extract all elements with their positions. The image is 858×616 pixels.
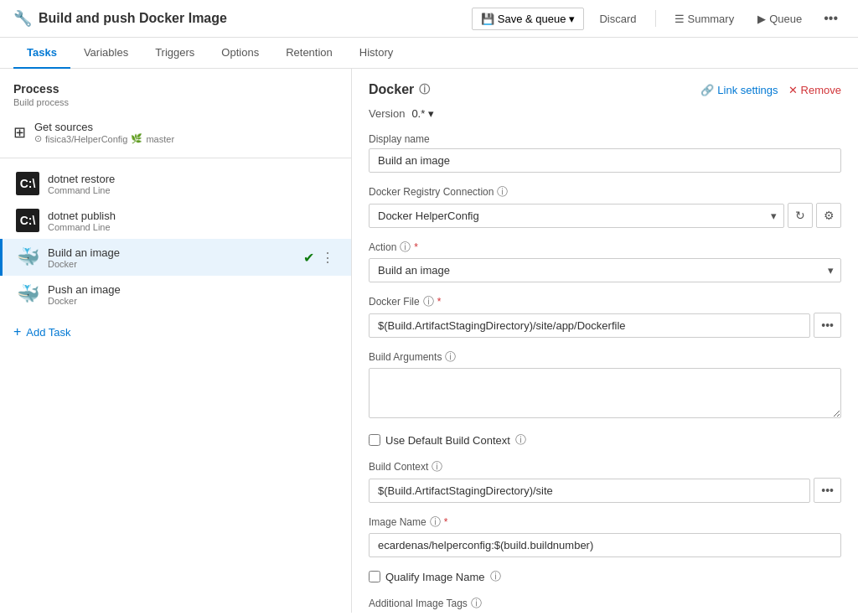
settings-button[interactable]: ⚙ xyxy=(816,203,841,228)
divider xyxy=(655,10,656,27)
registry-select-container: Docker HelperConfig ▾ xyxy=(369,204,784,228)
task-type-build: Docker xyxy=(48,259,295,269)
add-task-button[interactable]: + Add Task xyxy=(0,316,351,348)
queue-button[interactable]: ▶ Queue xyxy=(749,8,810,29)
docker-registry-group: Docker Registry Connection ⓘ Docker Help… xyxy=(369,184,841,228)
docker-registry-label: Docker Registry Connection ⓘ xyxy=(369,184,841,199)
right-panel: Docker ⓘ 🔗 Link settings ✕ Remove Versio… xyxy=(352,69,858,613)
tab-tasks[interactable]: Tasks xyxy=(13,38,70,69)
info-icon-dockerfile[interactable]: ⓘ xyxy=(423,294,434,309)
task-type-push: Docker xyxy=(48,296,338,306)
info-icon-buildctx[interactable]: ⓘ xyxy=(432,459,442,474)
build-context-input[interactable] xyxy=(369,479,810,503)
version-row: Version 0.* ▾ xyxy=(369,107,841,120)
docker-icon-push: 🐳 xyxy=(16,282,39,306)
refresh-button[interactable]: ↻ xyxy=(788,203,813,228)
use-default-context-checkbox[interactable] xyxy=(369,434,380,446)
tab-variables[interactable]: Variables xyxy=(70,38,142,69)
info-icon-addltags[interactable]: ⓘ xyxy=(471,596,482,611)
task-item-dotnet-publish[interactable]: C:\ dotnet publish Command Line xyxy=(0,202,351,239)
task-menu-icon[interactable]: ⋮ xyxy=(318,248,338,267)
action-label: Action ⓘ * xyxy=(369,240,841,255)
task-type-publish: Command Line xyxy=(48,222,338,232)
dockerfile-input-row: ••• xyxy=(369,313,841,338)
info-icon-qualifyimage[interactable]: ⓘ xyxy=(490,569,501,584)
tab-triggers[interactable]: Triggers xyxy=(142,38,208,69)
link-icon: 🔗 xyxy=(700,84,714,96)
page-title: Build and push Docker Image xyxy=(39,11,227,26)
chevron-down-icon: ▾ xyxy=(569,13,575,25)
task-item-build-image[interactable]: 🐳 Build an image Docker ✔ ⋮ xyxy=(0,239,351,276)
check-icon: ✔ xyxy=(303,250,314,266)
repo-icon: ⊙ xyxy=(34,133,42,144)
header: 🔧 Build and push Docker Image 💾 Save & q… xyxy=(0,0,858,38)
header-left: 🔧 Build and push Docker Image xyxy=(13,9,227,28)
action-select[interactable]: Build an image Push an image xyxy=(370,259,840,282)
docker-registry-select[interactable]: Docker HelperConfig xyxy=(370,204,783,227)
remove-button[interactable]: ✕ Remove xyxy=(788,84,841,96)
x-icon: ✕ xyxy=(788,84,798,96)
display-name-label: Display name xyxy=(369,133,841,145)
qualify-image-label: Qualify Image Name xyxy=(385,571,485,583)
action-select-container: Build an image Push an image ▾ xyxy=(369,258,841,282)
info-icon-action[interactable]: ⓘ xyxy=(400,240,411,255)
task-item-dotnet-restore[interactable]: C:\ dotnet restore Command Line xyxy=(0,165,351,202)
build-args-group: Build Arguments ⓘ xyxy=(369,349,841,421)
chevron-icon: ▾ xyxy=(428,107,434,120)
get-sources-item[interactable]: ⊞ Get sources ⊙ fisica3/HelperConfig 🌿 m… xyxy=(0,114,351,151)
task-name-publish: dotnet publish xyxy=(48,210,338,222)
add-task-label: Add Task xyxy=(26,326,70,339)
task-info-push: Push an image Docker xyxy=(48,283,338,306)
version-select[interactable]: 0.* ▾ xyxy=(411,107,434,120)
required-imagename: * xyxy=(444,516,448,528)
task-info-publish: dotnet publish Command Line xyxy=(48,210,338,232)
tab-retention[interactable]: Retention xyxy=(272,38,346,69)
required-dockerfile: * xyxy=(437,296,442,308)
tab-options[interactable]: Options xyxy=(208,38,272,69)
info-icon-docker[interactable]: ⓘ xyxy=(419,82,430,97)
main-content: Process Build process ⊞ Get sources ⊙ fi… xyxy=(0,69,858,613)
separator-1 xyxy=(0,158,351,158)
task-name-push: Push an image xyxy=(48,283,338,296)
build-icon: 🔧 xyxy=(13,9,32,28)
image-name-input[interactable] xyxy=(369,533,841,557)
build-context-browse-button[interactable]: ••• xyxy=(814,478,841,503)
get-sources-info: Get sources ⊙ fisica3/HelperConfig 🌿 mas… xyxy=(34,121,338,144)
additional-tags-group: Additional Image Tags ⓘ xyxy=(369,596,841,611)
save-queue-button[interactable]: 💾 Save & queue ▾ xyxy=(472,8,585,30)
save-icon: 💾 xyxy=(481,13,494,25)
build-args-label: Build Arguments ⓘ xyxy=(369,349,841,365)
more-options-button[interactable]: ••• xyxy=(817,7,845,30)
tab-history[interactable]: History xyxy=(346,38,406,69)
left-panel: Process Build process ⊞ Get sources ⊙ fi… xyxy=(0,69,352,613)
required-action: * xyxy=(414,241,418,253)
plus-icon: + xyxy=(13,324,21,339)
version-label: Version xyxy=(369,107,405,120)
build-args-input[interactable] xyxy=(369,368,841,418)
additional-tags-label: Additional Image Tags ⓘ xyxy=(369,596,841,611)
docker-title-row: Docker ⓘ xyxy=(369,82,430,97)
discard-button[interactable]: Discard xyxy=(591,8,644,29)
link-settings-button[interactable]: 🔗 Link settings xyxy=(700,84,778,96)
source-icon: ⊞ xyxy=(13,123,26,142)
display-name-input[interactable] xyxy=(369,148,841,173)
process-subtitle: Build process xyxy=(13,97,338,107)
action-group: Action ⓘ * Build an image Push an image … xyxy=(369,240,841,282)
info-icon-defaultctx[interactable]: ⓘ xyxy=(515,432,526,448)
task-item-push-image[interactable]: 🐳 Push an image Docker xyxy=(0,276,351,313)
info-icon-registry[interactable]: ⓘ xyxy=(497,184,508,199)
info-icon-buildargs[interactable]: ⓘ xyxy=(445,349,456,365)
image-name-group: Image Name ⓘ * xyxy=(369,515,841,557)
docker-file-group: Docker File ⓘ * ••• xyxy=(369,294,841,338)
branch-icon: 🌿 xyxy=(131,133,142,144)
docker-header: Docker ⓘ 🔗 Link settings ✕ Remove xyxy=(369,82,841,97)
qualify-image-checkbox[interactable] xyxy=(369,571,380,582)
docker-file-input[interactable] xyxy=(369,313,810,338)
build-context-group: Build Context ⓘ ••• xyxy=(369,459,841,503)
summary-button[interactable]: ☰ Summary xyxy=(666,8,743,29)
build-context-input-row: ••• xyxy=(369,478,841,503)
info-icon-imagename[interactable]: ⓘ xyxy=(430,515,441,530)
process-header: Process Build process xyxy=(0,79,351,114)
list-icon: ☰ xyxy=(675,13,685,25)
dockerfile-browse-button[interactable]: ••• xyxy=(814,313,841,338)
